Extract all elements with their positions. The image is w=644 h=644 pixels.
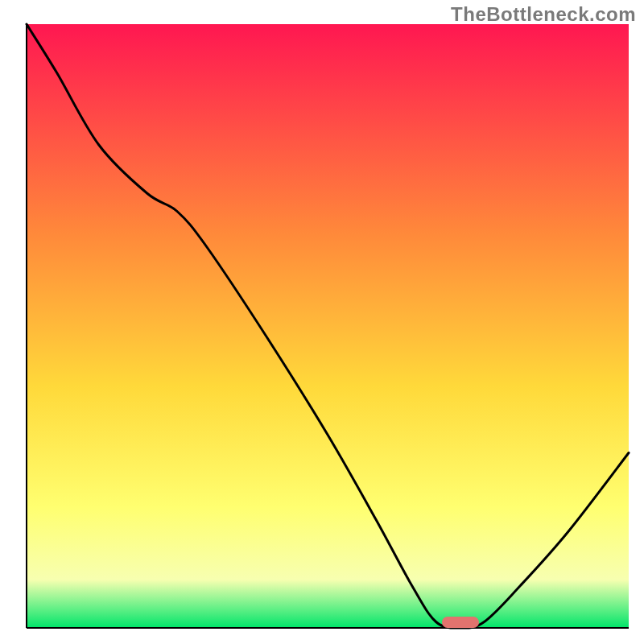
bottleneck-plot — [0, 0, 644, 644]
gradient-background — [27, 24, 629, 628]
watermark-text: TheBottleneck.com — [451, 3, 636, 26]
chart-stage: TheBottleneck.com — [0, 0, 644, 644]
optimum-indicator — [442, 617, 479, 628]
